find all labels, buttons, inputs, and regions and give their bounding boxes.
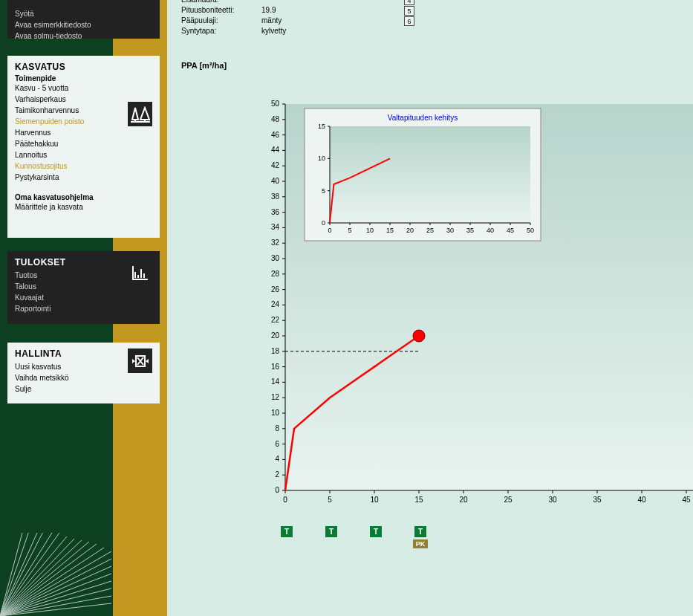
svg-text:Valtapituuden kehitys: Valtapituuden kehitys [388,114,458,122]
svg-line-8 [0,566,111,616]
svg-point-101 [413,330,425,342]
svg-text:2: 2 [275,470,279,479]
svg-text:35: 35 [593,496,602,504]
t-marker-5[interactable]: T [325,526,337,537]
sidebar-item-kasvatus-5[interactable]: Päätehakkuu [15,138,152,149]
svg-line-4 [0,536,67,616]
number-box-5[interactable]: 5 [404,6,414,16]
sidebar-item-avaa-esimerkki[interactable]: Avaa esimerkkitiedosto [15,19,152,30]
svg-text:6: 6 [275,440,279,448]
panel-kasvatus: KASVATUS Toimenpide Kasvu - 5 vuottaVarh… [7,56,160,238]
sidebar-item-syota[interactable]: Syötä [15,8,152,19]
svg-rect-104 [330,126,530,223]
svg-text:32: 32 [271,239,280,247]
sidebar-item-kasvatus-0[interactable]: Kasvu - 5 vuotta [15,82,152,94]
number-box-4[interactable]: 4 [404,0,414,5]
sidebar-item-maarittele[interactable]: Määrittele ja kasvata [15,201,152,213]
svg-text:4: 4 [275,455,279,463]
svg-text:48: 48 [271,115,280,123]
svg-text:5: 5 [348,227,351,234]
svg-text:12: 12 [271,393,280,401]
svg-text:0: 0 [328,227,331,234]
info-value: mänty [261,16,306,25]
svg-text:50: 50 [527,227,534,234]
y-axis-title: PPA [m²/ha] [181,61,227,70]
sidebar: Metsikön tiedot Syötä Avaa esimerkkitied… [0,0,167,616]
bar-chart-icon [128,260,152,285]
info-value: 19.9 [261,6,306,14]
sidebar-item-raportointi[interactable]: Raportointi [15,303,152,314]
sidebar-item-vaihda-metsikko[interactable]: Vaihda metsikkö [15,372,152,383]
svg-text:26: 26 [271,285,280,294]
sidebar-item-avaa-solmu[interactable]: Avaa solmu-tiedosto [15,30,152,42]
svg-text:36: 36 [271,208,280,216]
svg-text:8: 8 [275,424,279,432]
info-block: Elsämäärä:Pituusboniteetti:19.9Pääpuulaj… [181,0,306,37]
info-label: Syntytapa: [181,27,261,35]
svg-text:45: 45 [682,496,691,504]
svg-text:0: 0 [322,219,325,227]
number-box-6[interactable]: 6 [404,16,414,26]
content-area: Elsämäärä:Pituusboniteetti:19.9Pääpuulaj… [181,0,693,616]
svg-text:24: 24 [271,300,280,308]
exit-icon [128,348,152,373]
svg-text:20: 20 [406,227,414,234]
svg-text:35: 35 [466,227,474,234]
info-row-0: Elsämäärä: [181,0,306,6]
info-row-1: Pituusboniteetti:19.9 [181,6,306,16]
sidebar-item-kasvatus-4[interactable]: Harvennus [15,127,152,138]
sidebar-item-kuvaajat[interactable]: Kuvaajat [15,292,152,303]
svg-text:50: 50 [271,100,280,108]
svg-text:15: 15 [386,227,394,234]
info-value: kylvetty [261,27,306,35]
svg-text:30: 30 [548,496,557,504]
decorative-lines [0,533,111,616]
svg-text:30: 30 [271,254,280,262]
svg-text:40: 40 [271,177,280,185]
svg-text:40: 40 [487,227,494,234]
svg-line-6 [0,544,97,616]
sidebar-item-kasvatus-7[interactable]: Kunnostusojitus [15,161,152,172]
svg-text:30: 30 [446,227,454,234]
svg-text:44: 44 [271,146,280,154]
svg-text:0: 0 [275,486,279,494]
main-chart: 0246810121416182022242628303234363840424… [285,104,693,498]
svg-text:22: 22 [271,316,280,324]
panel-tulokset: TULOKSET Tuotos Talous Kuvaajat Raportoi… [7,251,160,324]
svg-text:34: 34 [271,223,280,231]
sidebar-item-kasvatus-6[interactable]: Lannoitus [15,149,152,161]
kasvatus-items: Kasvu - 5 vuottaVarhaisperkausTaimikonha… [15,82,152,183]
svg-text:46: 46 [271,131,280,139]
t-marker-15[interactable]: T [414,526,426,537]
svg-text:16: 16 [271,363,280,371]
svg-text:5: 5 [322,187,325,195]
svg-text:5: 5 [328,496,332,504]
svg-text:28: 28 [271,270,280,278]
sidebar-item-kasvatus-8[interactable]: Pystykarsinta [15,172,152,183]
info-label: Pituusboniteetti: [181,6,261,14]
panel-hallinta: HALLINTA Uusi kasvatus Vaihda metsikkö S… [7,343,160,403]
sidebar-item-sulje[interactable]: Sulje [15,383,152,395]
info-row-2: Pääpuulaji:mänty [181,16,306,27]
svg-text:42: 42 [271,161,280,169]
svg-line-3 [0,533,52,616]
panel-kasvatus-title: KASVATUS [15,62,152,72]
svg-text:18: 18 [271,347,280,355]
svg-text:25: 25 [426,227,434,234]
svg-text:45: 45 [507,227,514,234]
t-marker-10[interactable]: T [370,526,382,537]
t-marker-0[interactable]: T [281,526,293,537]
svg-text:10: 10 [370,496,379,504]
panel-kasvatus-subtitle: Toimenpide [15,74,152,82]
svg-text:10: 10 [271,409,280,417]
number-boxes: 456 [404,0,414,27]
svg-text:10: 10 [318,155,325,162]
svg-text:38: 38 [271,192,280,201]
svg-line-12 [0,533,45,616]
svg-text:20: 20 [271,331,280,340]
pk-marker[interactable]: PK [413,539,428,548]
svg-text:15: 15 [414,496,423,504]
svg-line-5 [0,540,82,616]
panel-metsikko: Metsikön tiedot Syötä Avaa esimerkkitied… [7,0,160,39]
svg-text:10: 10 [366,227,374,234]
